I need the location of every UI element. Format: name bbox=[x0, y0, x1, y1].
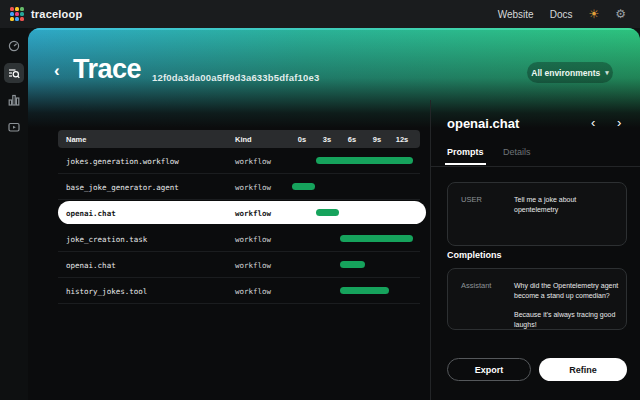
environment-dropdown[interactable]: All environments ▾ bbox=[527, 62, 613, 83]
tab-prompts[interactable]: Prompts bbox=[447, 147, 484, 157]
completion-role-label: Assistant bbox=[461, 281, 491, 290]
time-axis-tick: 9s bbox=[373, 135, 381, 144]
time-axis-tick: 0s bbox=[298, 135, 306, 144]
tab-details[interactable]: Details bbox=[503, 147, 531, 157]
row-span-name: history_jokes.tool bbox=[66, 287, 147, 296]
brand-name: traceloop bbox=[31, 8, 82, 20]
chevron-down-icon: ▾ bbox=[605, 69, 609, 77]
time-axis-tick: 3s bbox=[323, 135, 331, 144]
table-row[interactable]: openai.chatworkflow bbox=[58, 252, 420, 278]
spans-table: Name Kind 0s3s6s9s12s jokes.generation.w… bbox=[58, 130, 420, 304]
row-span-kind: workflow bbox=[235, 157, 271, 166]
table-row[interactable]: joke_creation.taskworkflow bbox=[58, 226, 420, 252]
completions-heading: Completions bbox=[447, 250, 502, 260]
row-span-name: base_joke_generator.agent bbox=[66, 183, 179, 192]
app-window: traceloop Website Docs ☀ ⚙ bbox=[0, 0, 640, 400]
panel-tabs: Prompts Details bbox=[431, 144, 640, 167]
table-header: Name Kind 0s3s6s9s12s bbox=[58, 130, 420, 148]
row-span-name: jokes.generation.workflow bbox=[66, 157, 179, 166]
column-header-kind: Kind bbox=[235, 135, 252, 144]
settings-gear-icon[interactable]: ⚙ bbox=[615, 8, 626, 20]
main-content-card: ‹ Trace 12f0da3da00a5ff9d3a633b5dfaf10e3… bbox=[28, 28, 640, 400]
row-span-name: openai.chat bbox=[66, 209, 116, 218]
top-bar: traceloop Website Docs ☀ ⚙ bbox=[0, 0, 640, 28]
trace-id: 12f0da3da00a5ff9d3a633b5dfaf10e3 bbox=[152, 72, 319, 83]
sidebar-item-traces[interactable] bbox=[4, 63, 24, 83]
prev-span-button[interactable]: ‹ bbox=[591, 116, 595, 130]
page-title: Trace bbox=[73, 54, 141, 85]
completion-message-box: Assistant Why did the Opentelemetry agen… bbox=[447, 268, 627, 330]
bar-chart-icon bbox=[8, 94, 20, 106]
completion-text: Why did the Opentelemetry agent become a… bbox=[514, 281, 620, 330]
duration-bar bbox=[316, 209, 339, 216]
environment-dropdown-label: All environments bbox=[531, 68, 600, 78]
duration-bar bbox=[340, 287, 389, 294]
traceloop-logo-icon bbox=[10, 7, 24, 21]
row-span-kind: workflow bbox=[235, 235, 271, 244]
span-detail-panel: openai.chat ‹ › Prompts Details USER Tel… bbox=[430, 100, 640, 400]
time-axis-tick: 6s bbox=[348, 135, 356, 144]
back-button[interactable]: ‹ bbox=[54, 62, 60, 79]
table-row[interactable]: jokes.generation.workflowworkflow bbox=[58, 148, 420, 174]
time-axis-tick: 12s bbox=[396, 135, 409, 144]
table-row[interactable]: openai.chatworkflow bbox=[58, 200, 420, 226]
row-span-name: openai.chat bbox=[66, 261, 116, 270]
span-title: openai.chat bbox=[447, 116, 519, 131]
table-row[interactable]: history_jokes.toolworkflow bbox=[58, 278, 420, 304]
row-span-kind: workflow bbox=[235, 209, 271, 218]
search-traces-icon bbox=[8, 67, 20, 79]
prompt-message-box: USER Tell me a joke about opentelemetry bbox=[447, 182, 627, 246]
gauge-icon bbox=[8, 40, 20, 52]
sidebar-item-dashboard[interactable] bbox=[4, 36, 24, 56]
next-span-button[interactable]: › bbox=[617, 116, 621, 130]
link-docs[interactable]: Docs bbox=[550, 9, 573, 20]
row-span-name: joke_creation.task bbox=[66, 235, 147, 244]
sidebar-item-playground[interactable] bbox=[4, 117, 24, 137]
theme-toggle-sun-icon[interactable]: ☀ bbox=[588, 8, 599, 20]
column-header-name: Name bbox=[66, 135, 86, 144]
row-span-kind: workflow bbox=[235, 183, 271, 192]
prompt-role-label: USER bbox=[461, 195, 482, 204]
refine-button[interactable]: Refine bbox=[539, 358, 627, 381]
link-website[interactable]: Website bbox=[498, 9, 534, 20]
duration-bar bbox=[292, 183, 315, 190]
sidebar-item-analytics[interactable] bbox=[4, 90, 24, 110]
row-span-kind: workflow bbox=[235, 287, 271, 296]
monitor-play-icon bbox=[8, 121, 20, 133]
export-button[interactable]: Export bbox=[447, 358, 531, 381]
prompt-text: Tell me a joke about opentelemetry bbox=[514, 195, 620, 215]
duration-bar bbox=[340, 235, 413, 242]
sidebar bbox=[0, 28, 28, 400]
duration-bar bbox=[340, 261, 365, 268]
duration-bar bbox=[316, 157, 413, 164]
row-span-kind: workflow bbox=[235, 261, 271, 270]
table-row[interactable]: base_joke_generator.agentworkflow bbox=[58, 174, 420, 200]
